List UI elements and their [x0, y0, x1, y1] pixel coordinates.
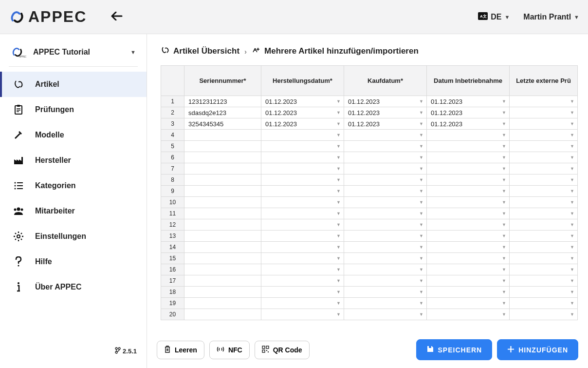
- col-header-mfg[interactable]: Herstellungsdatum*: [261, 66, 344, 96]
- cell-start[interactable]: ▼: [427, 253, 510, 264]
- table-wrap[interactable]: Seriennummer* Herstellungsdatum* Kaufdat…: [147, 65, 588, 332]
- nfc-button[interactable]: NFC: [209, 341, 250, 359]
- cell-start[interactable]: ▼: [427, 231, 510, 242]
- sidebar-item-kategorien[interactable]: Kategorien: [0, 173, 147, 198]
- cell-last-ext[interactable]: ▼: [510, 219, 578, 231]
- sidebar-item-modelle[interactable]: Modelle: [0, 122, 147, 148]
- cell-last-ext[interactable]: ▼: [510, 231, 578, 242]
- col-header-serial[interactable]: Seriennummer*: [184, 66, 261, 96]
- cell-start[interactable]: 01.12.2023▼: [427, 96, 510, 107]
- cell-mfg[interactable]: ▼: [261, 253, 344, 264]
- cell-last-ext[interactable]: ▼: [510, 186, 578, 197]
- cell-start[interactable]: ▼: [427, 130, 510, 141]
- cell-last-ext[interactable]: ▼: [510, 96, 578, 107]
- cell-start[interactable]: ▼: [427, 219, 510, 231]
- cell-mfg[interactable]: ▼: [261, 197, 344, 208]
- col-header-start[interactable]: Datum Inbetriebnahme: [427, 66, 510, 96]
- cell-last-ext[interactable]: ▼: [510, 298, 578, 309]
- cell-buy[interactable]: ▼: [344, 152, 427, 163]
- cell-mfg[interactable]: 01.12.2023▼: [261, 96, 344, 107]
- cell-buy[interactable]: ▼: [344, 253, 427, 264]
- user-menu[interactable]: Martin Prantl ▼: [523, 13, 579, 21]
- cell-buy[interactable]: ▼: [344, 242, 427, 253]
- logo[interactable]: APPEC: [9, 8, 87, 26]
- cell-mfg[interactable]: ▼: [261, 163, 344, 174]
- cell-last-ext[interactable]: ▼: [510, 242, 578, 253]
- cell-serial[interactable]: [184, 186, 261, 197]
- cell-buy[interactable]: ▼: [344, 275, 427, 287]
- cell-mfg[interactable]: ▼: [261, 275, 344, 287]
- cell-mfg[interactable]: ▼: [261, 130, 344, 141]
- cell-serial[interactable]: [184, 197, 261, 208]
- cell-start[interactable]: 01.12.2023▼: [427, 118, 510, 130]
- cell-last-ext[interactable]: ▼: [510, 118, 578, 130]
- cell-serial[interactable]: [184, 208, 261, 219]
- sidebar-item-mitarbeiter[interactable]: Mitarbeiter: [0, 198, 147, 224]
- cell-start[interactable]: ▼: [427, 163, 510, 174]
- cell-mfg[interactable]: ▼: [261, 231, 344, 242]
- cell-buy[interactable]: 01.12.2023▼: [344, 118, 427, 130]
- language-selector[interactable]: A文 DE ▼: [478, 12, 510, 22]
- col-header-last-ext[interactable]: Letzte externe Prü: [510, 66, 578, 96]
- back-button[interactable]: [111, 11, 123, 23]
- cell-serial[interactable]: [184, 174, 261, 186]
- cell-serial[interactable]: 12312312123: [184, 96, 261, 107]
- cell-last-ext[interactable]: ▼: [510, 253, 578, 264]
- cell-last-ext[interactable]: ▼: [510, 152, 578, 163]
- cell-mfg[interactable]: ▼: [261, 287, 344, 298]
- cell-mfg[interactable]: 01.12.2023▼: [261, 107, 344, 118]
- cell-buy[interactable]: ▼: [344, 141, 427, 152]
- cell-buy[interactable]: ▼: [344, 298, 427, 309]
- cell-start[interactable]: ▼: [427, 309, 510, 320]
- sidebar-item-einstellungen[interactable]: Einstellungen: [0, 224, 147, 249]
- cell-buy[interactable]: ▼: [344, 231, 427, 242]
- cell-last-ext[interactable]: ▼: [510, 275, 578, 287]
- cell-serial[interactable]: [184, 275, 261, 287]
- add-button[interactable]: HINZUFÜGEN: [497, 339, 578, 360]
- cell-serial[interactable]: [184, 163, 261, 174]
- col-header-buy[interactable]: Kaufdatum*: [344, 66, 427, 96]
- cell-serial[interactable]: [184, 231, 261, 242]
- cell-mfg[interactable]: ▼: [261, 186, 344, 197]
- cell-mfg[interactable]: 01.12.2023▼: [261, 118, 344, 130]
- cell-mfg[interactable]: ▼: [261, 141, 344, 152]
- cell-mfg[interactable]: ▼: [261, 264, 344, 275]
- cell-last-ext[interactable]: ▼: [510, 264, 578, 275]
- cell-start[interactable]: ▼: [427, 298, 510, 309]
- cell-serial[interactable]: [184, 152, 261, 163]
- cell-start[interactable]: ▼: [427, 197, 510, 208]
- cell-mfg[interactable]: ▼: [261, 208, 344, 219]
- clear-button[interactable]: Leeren: [157, 341, 204, 359]
- cell-serial[interactable]: [184, 130, 261, 141]
- cell-buy[interactable]: 01.12.2023▼: [344, 107, 427, 118]
- sidebar-item-artikel[interactable]: Artikel: [0, 72, 147, 97]
- cell-buy[interactable]: ▼: [344, 186, 427, 197]
- cell-mfg[interactable]: ▼: [261, 174, 344, 186]
- cell-serial[interactable]: 3254345345: [184, 118, 261, 130]
- cell-serial[interactable]: sdasdq2e123: [184, 107, 261, 118]
- cell-mfg[interactable]: ▼: [261, 242, 344, 253]
- cell-start[interactable]: ▼: [427, 264, 510, 275]
- cell-last-ext[interactable]: ▼: [510, 309, 578, 320]
- cell-last-ext[interactable]: ▼: [510, 141, 578, 152]
- breadcrumb-item-overview[interactable]: Artikel Übersicht: [161, 46, 239, 57]
- sidebar-item-prfungen[interactable]: Prüfungen: [0, 97, 147, 122]
- cell-last-ext[interactable]: ▼: [510, 197, 578, 208]
- cell-buy[interactable]: ▼: [344, 208, 427, 219]
- cell-last-ext[interactable]: ▼: [510, 107, 578, 118]
- cell-mfg[interactable]: ▼: [261, 298, 344, 309]
- cell-start[interactable]: ▼: [427, 287, 510, 298]
- cell-mfg[interactable]: ▼: [261, 219, 344, 231]
- cell-start[interactable]: ▼: [427, 152, 510, 163]
- cell-buy[interactable]: ▼: [344, 197, 427, 208]
- cell-buy[interactable]: ▼: [344, 130, 427, 141]
- cell-serial[interactable]: [184, 298, 261, 309]
- breadcrumb-item-import[interactable]: Mehrere Artikel hinzufügen/importieren: [252, 46, 419, 57]
- cell-mfg[interactable]: ▼: [261, 309, 344, 320]
- cell-start[interactable]: ▼: [427, 186, 510, 197]
- cell-serial[interactable]: [184, 141, 261, 152]
- cell-serial[interactable]: [184, 264, 261, 275]
- cell-buy[interactable]: ▼: [344, 264, 427, 275]
- cell-start[interactable]: ▼: [427, 141, 510, 152]
- cell-last-ext[interactable]: ▼: [510, 130, 578, 141]
